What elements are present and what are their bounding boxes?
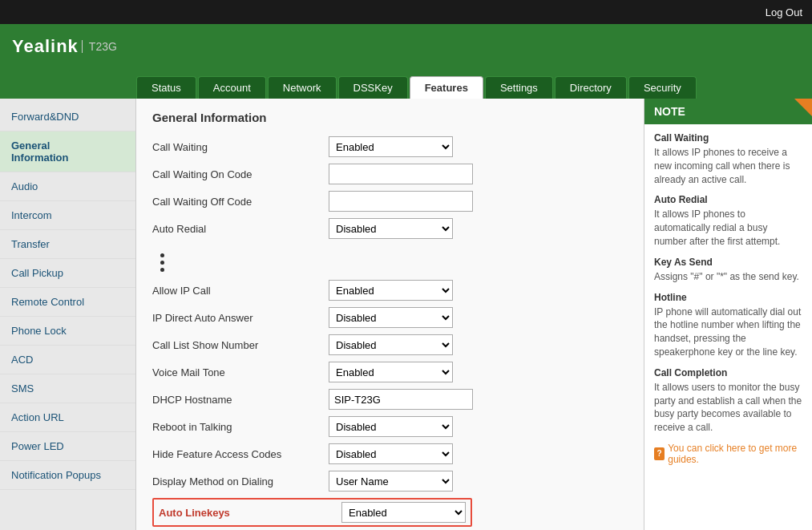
- label-reboot-in-talking: Reboot in Talking: [152, 421, 329, 433]
- note-panel: NOTE Call Waiting It allows IP phones to…: [644, 99, 812, 530]
- sidebar-item-audio[interactable]: Audio: [0, 172, 135, 201]
- note-call-waiting-title: Call Waiting: [654, 132, 802, 144]
- tab-dsskey[interactable]: DSSKey: [338, 76, 408, 99]
- dot-2: [160, 261, 164, 265]
- sidebar-item-transfer[interactable]: Transfer: [0, 230, 135, 259]
- sidebar-item-intercom[interactable]: Intercom: [0, 201, 135, 230]
- main-layout: Forward&DND GeneralInformation Audio Int…: [0, 99, 812, 530]
- sidebar-item-forward-dnd[interactable]: Forward&DND: [0, 103, 135, 131]
- label-display-method-on-dialing: Display Method on Dialing: [152, 475, 329, 488]
- tab-features[interactable]: Features: [410, 76, 483, 99]
- sidebar: Forward&DND GeneralInformation Audio Int…: [0, 99, 136, 530]
- note-body: Call Waiting It allows IP phones to rece…: [644, 124, 812, 473]
- tab-settings[interactable]: Settings: [485, 76, 553, 99]
- brand-logo: Yealink: [12, 36, 79, 57]
- select-allow-ip-call[interactable]: EnabledDisabled: [329, 280, 453, 301]
- label-call-waiting-on-code: Call Waiting On Code: [152, 168, 329, 180]
- select-reboot-in-talking[interactable]: DisabledEnabled: [329, 416, 453, 437]
- label-hide-feature-access-codes: Hide Feature Access Codes: [152, 448, 329, 460]
- tab-account[interactable]: Account: [198, 76, 266, 99]
- note-key-as-send-title: Key As Send: [654, 257, 802, 268]
- tab-directory[interactable]: Directory: [555, 76, 627, 99]
- field-auto-redial: Auto Redial DisabledEnabled: [152, 218, 628, 239]
- input-call-waiting-off-code[interactable]: [329, 191, 473, 212]
- tab-network[interactable]: Network: [268, 76, 337, 99]
- note-section-hotline: Hotline IP phone will automatically dial…: [654, 292, 802, 359]
- input-call-waiting-on-code[interactable]: [329, 164, 473, 184]
- content-area: General Information Call Waiting Enabled…: [136, 99, 644, 530]
- note-section-key-as-send: Key As Send Assigns "#" or "*" as the se…: [654, 257, 802, 284]
- sidebar-item-sms[interactable]: SMS: [0, 374, 135, 403]
- note-link-text: You can click here to get more guides.: [668, 443, 802, 465]
- note-section-call-completion: Call Completion It allows users to monit…: [654, 367, 802, 435]
- field-ip-direct-auto-answer: IP Direct Auto Answer DisabledEnabled: [152, 307, 628, 328]
- note-hotline-text: IP phone will automatically dial out the…: [654, 305, 802, 359]
- sidebar-item-acd[interactable]: ACD: [0, 346, 135, 374]
- select-call-list-show-number[interactable]: DisabledEnabled: [329, 334, 453, 355]
- field-auto-linekeys: Auto Linekeys EnabledDisabled: [152, 498, 628, 527]
- sidebar-item-power-led[interactable]: Power LED: [0, 432, 135, 461]
- field-call-waiting-on-code: Call Waiting On Code: [152, 164, 628, 184]
- select-voice-mail-tone[interactable]: EnabledDisabled: [329, 362, 453, 382]
- sidebar-item-action-url[interactable]: Action URL: [0, 403, 135, 432]
- field-display-method-on-dialing: Display Method on Dialing User NamePhone…: [152, 471, 628, 492]
- note-link-icon: ?: [654, 447, 665, 460]
- dot-3: [160, 268, 164, 272]
- field-allow-ip-call: Allow IP Call EnabledDisabled: [152, 280, 628, 301]
- sidebar-item-call-pickup[interactable]: Call Pickup: [0, 259, 135, 288]
- note-hotline-title: Hotline: [654, 292, 802, 303]
- note-call-waiting-text: It allows IP phones to receive a new inc…: [654, 146, 802, 186]
- note-call-completion-title: Call Completion: [654, 367, 802, 378]
- label-auto-linekeys: Auto Linekeys: [159, 507, 335, 519]
- label-voice-mail-tone: Voice Mail Tone: [152, 366, 329, 378]
- note-corner-decoration: [794, 99, 812, 116]
- label-auto-redial: Auto Redial: [152, 223, 329, 235]
- select-auto-redial[interactable]: DisabledEnabled: [329, 218, 453, 239]
- section-title: General Information: [152, 111, 628, 124]
- sidebar-item-general-information[interactable]: GeneralInformation: [0, 131, 135, 172]
- model-label: T23G: [82, 40, 117, 53]
- select-hide-feature-access-codes[interactable]: DisabledEnabled: [329, 443, 453, 464]
- dots-separator: [160, 245, 628, 280]
- sidebar-item-notification-popups[interactable]: Notification Popups: [0, 461, 135, 490]
- tab-security[interactable]: Security: [628, 76, 697, 99]
- select-display-method-on-dialing[interactable]: User NamePhone Number: [329, 471, 453, 492]
- logout-button[interactable]: Log Out: [766, 6, 802, 18]
- field-call-waiting: Call Waiting EnabledDisabled: [152, 136, 628, 157]
- note-key-as-send-text: Assigns "#" or "*" as the send key.: [654, 270, 802, 284]
- nav-tabs: Status Account Network DSSKey Features S…: [0, 68, 812, 99]
- field-hide-feature-access-codes: Hide Feature Access Codes DisabledEnable…: [152, 443, 628, 464]
- field-voice-mail-tone: Voice Mail Tone EnabledDisabled: [152, 362, 628, 382]
- label-dhcp-hostname: DHCP Hostname: [152, 394, 329, 406]
- dot-1: [160, 253, 164, 257]
- note-section-call-waiting: Call Waiting It allows IP phones to rece…: [654, 132, 802, 186]
- note-more-guides[interactable]: ? You can click here to get more guides.: [654, 443, 802, 465]
- label-call-list-show-number: Call List Show Number: [152, 339, 329, 351]
- label-call-waiting: Call Waiting: [152, 141, 329, 153]
- header-bar: Log Out: [0, 0, 812, 24]
- input-dhcp-hostname[interactable]: [329, 389, 473, 410]
- label-ip-direct-auto-answer: IP Direct Auto Answer: [152, 312, 329, 324]
- label-call-waiting-off-code: Call Waiting Off Code: [152, 196, 329, 208]
- note-call-completion-text: It allows users to monitor the busy part…: [654, 381, 802, 435]
- logo-bar: Yealink T23G: [0, 24, 812, 68]
- field-call-list-show-number: Call List Show Number DisabledEnabled: [152, 334, 628, 355]
- note-section-auto-redial: Auto Redial It allows IP phones to autom…: [654, 194, 802, 248]
- label-allow-ip-call: Allow IP Call: [152, 285, 329, 297]
- note-auto-redial-text: It allows IP phones to automatically red…: [654, 208, 802, 248]
- sidebar-item-remote-control[interactable]: Remote Control: [0, 288, 135, 317]
- field-call-waiting-off-code: Call Waiting Off Code: [152, 191, 628, 212]
- sidebar-item-phone-lock[interactable]: Phone Lock: [0, 317, 135, 346]
- select-call-waiting[interactable]: EnabledDisabled: [329, 136, 453, 157]
- select-ip-direct-auto-answer[interactable]: DisabledEnabled: [329, 307, 453, 328]
- note-title: NOTE: [654, 105, 685, 118]
- field-reboot-in-talking: Reboot in Talking DisabledEnabled: [152, 416, 628, 437]
- select-auto-linekeys[interactable]: EnabledDisabled: [341, 502, 466, 523]
- field-dhcp-hostname: DHCP Hostname: [152, 389, 628, 410]
- note-auto-redial-title: Auto Redial: [654, 194, 802, 205]
- tab-status[interactable]: Status: [136, 76, 196, 99]
- note-header: NOTE: [644, 99, 812, 124]
